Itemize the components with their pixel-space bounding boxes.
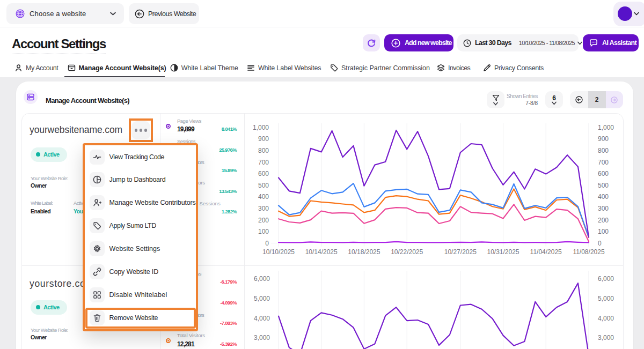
svg-text:300: 300	[258, 205, 269, 212]
svg-text:5,000: 5,000	[598, 295, 614, 302]
svg-text:200: 200	[258, 217, 269, 224]
svg-text:700: 700	[258, 159, 269, 166]
svg-text:11/04/2025: 11/04/2025	[530, 248, 562, 256]
svg-text:10/27/2025: 10/27/2025	[444, 248, 477, 256]
svg-text:0: 0	[598, 240, 602, 247]
svg-text:10/14/2025: 10/14/2025	[305, 248, 338, 256]
svg-text:10/18/2025: 10/18/2025	[348, 248, 380, 256]
svg-text:500: 500	[258, 182, 269, 189]
svg-text:0: 0	[265, 240, 269, 247]
svg-text:6,000: 6,000	[254, 275, 270, 283]
svg-text:500: 500	[598, 182, 609, 189]
svg-text:11/08/2025: 11/08/2025	[573, 248, 604, 256]
svg-text:200: 200	[598, 217, 609, 224]
svg-text:1,000: 1,000	[253, 124, 269, 131]
svg-text:800: 800	[258, 147, 269, 154]
svg-text:3,000: 3,000	[254, 334, 270, 341]
svg-text:900: 900	[598, 135, 609, 143]
svg-text:5,000: 5,000	[254, 295, 270, 302]
svg-text:400: 400	[258, 193, 269, 201]
svg-text:4,000: 4,000	[254, 315, 270, 322]
svg-text:3,000: 3,000	[598, 334, 614, 341]
svg-text:10/22/2025: 10/22/2025	[391, 248, 423, 256]
svg-text:100: 100	[598, 228, 609, 235]
svg-text:900: 900	[258, 135, 269, 143]
svg-text:100: 100	[258, 228, 269, 235]
svg-text:700: 700	[598, 159, 609, 166]
svg-text:600: 600	[258, 170, 269, 177]
svg-text:6,000: 6,000	[598, 275, 614, 283]
svg-text:600: 600	[598, 170, 609, 177]
svg-text:1,000: 1,000	[598, 124, 614, 131]
svg-text:10/31/2025: 10/31/2025	[487, 248, 519, 256]
svg-text:400: 400	[598, 193, 609, 201]
svg-text:10/10/2025: 10/10/2025	[262, 248, 295, 256]
svg-text:4,000: 4,000	[598, 315, 614, 322]
svg-text:800: 800	[598, 147, 609, 154]
svg-text:300: 300	[598, 205, 609, 212]
